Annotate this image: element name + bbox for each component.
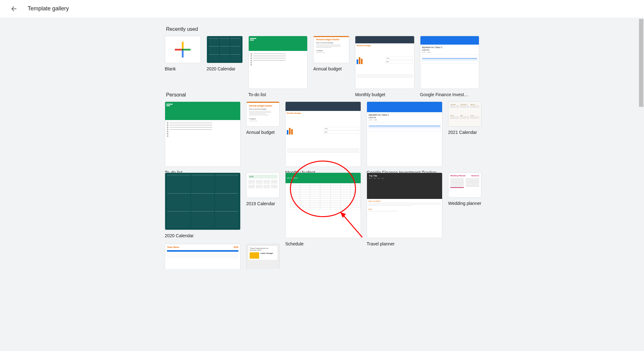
scrollbar[interactable] xyxy=(639,19,643,107)
template-label: 2020 Calendar xyxy=(207,66,243,71)
template-todo-list[interactable]: To-do list xyxy=(165,101,241,167)
template-wedding-planner[interactable]: Wedding PlannerSections Wedding planner xyxy=(448,173,481,238)
template-label: 2021 Calendar xyxy=(448,130,481,135)
template-schedule[interactable]: DAILY SCHEDULE Schedule xyxy=(285,173,361,238)
template-label: Blank xyxy=(165,66,201,71)
template-todo-list[interactable]: To-do list xyxy=(248,36,308,89)
back-button[interactable] xyxy=(8,3,20,15)
arrow-left-icon xyxy=(10,5,18,13)
template-2019-calendar[interactable]: 2019 2019 Calendar xyxy=(246,173,280,238)
template-monthly-budget[interactable]: Monthly Budget+50%$500 Monthly budget xyxy=(355,36,414,89)
template-label: Wedding planner xyxy=(448,201,481,206)
template-travel-planner[interactable]: Trip TitleDate → Date City → CityAirline… xyxy=(367,173,442,238)
template-2020-calendar[interactable]: 2020 Calendar xyxy=(207,36,243,89)
template-travel-destinations[interactable]: Travel Destinations for Summer 2017Lisbo… xyxy=(246,244,280,269)
section-recently-used: Recently used Blank 2020 Calendar To-do … xyxy=(165,24,479,81)
template-google-finance[interactable]: Alphabet Inc Class C2,622.03+4.36+1.46% … xyxy=(367,101,442,167)
template-2021-calendar[interactable]: JANUARY FEBRUARY MARCH APRIL MAY JUNE 20… xyxy=(448,101,481,167)
template-annual-budget[interactable]: Annual budget trackerHow to use this tem… xyxy=(246,101,280,167)
section-title-recent: Recently used xyxy=(165,24,479,36)
template-label: Annual budget xyxy=(313,66,349,71)
template-2020-calendar[interactable]: 2020 Calendar xyxy=(165,173,241,238)
template-google-finance[interactable]: Alphabet Inc Class C2,622.03+4.36+1.46% … xyxy=(420,36,479,89)
template-label: Travel planner xyxy=(367,241,442,246)
template-blank[interactable]: Blank xyxy=(165,36,201,89)
template-label: 2020 Calendar xyxy=(165,233,241,238)
personal-grid: To-do list Annual budget trackerHow to u… xyxy=(165,101,479,248)
template-label: 2019 Calendar xyxy=(246,201,280,206)
template-label: Schedule xyxy=(285,241,361,246)
content-area: Recently used Blank 2020 Calendar To-do … xyxy=(0,18,644,351)
section-personal: Personal To-do list Annual budget tracke… xyxy=(165,90,479,248)
recent-grid: Blank 2020 Calendar To-do list Annual bu… xyxy=(165,36,479,81)
template-annual-budget[interactable]: Annual budget trackerHow to use this tem… xyxy=(313,36,349,89)
template-label: Annual budget xyxy=(246,130,280,135)
header-title: Template gallery xyxy=(28,5,69,12)
plus-icon xyxy=(165,36,201,63)
template-team-roster[interactable]: Team Name2016 xyxy=(165,244,241,269)
header: Template gallery xyxy=(0,0,644,18)
template-monthly-budget[interactable]: Monthly Budget+50%$500 Monthly budget xyxy=(285,101,361,167)
section-title-personal: Personal xyxy=(165,90,479,101)
